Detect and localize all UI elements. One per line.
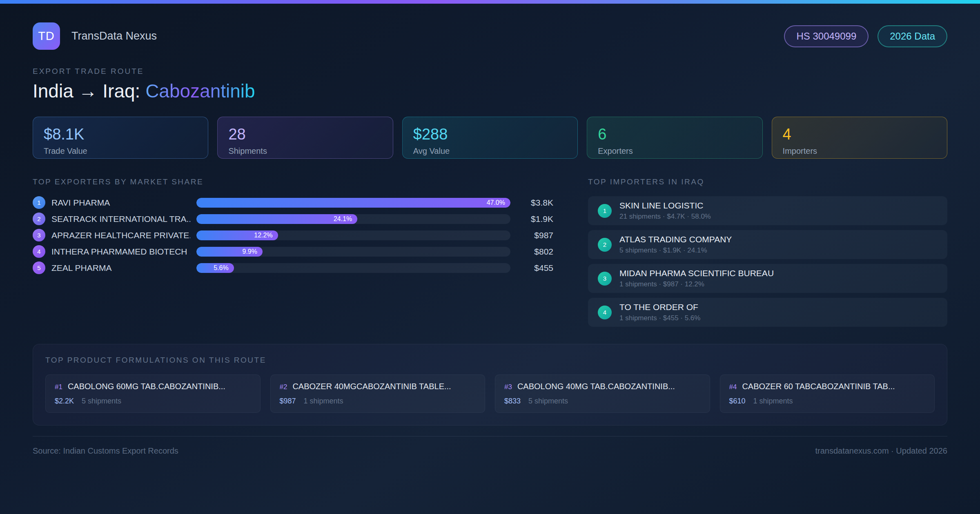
exporter-name: SEATRACK INTERNATIONAL TRA... (51, 214, 190, 224)
dashboard-page: TD TransData Nexus HS 30049099 2026 Data… (33, 4, 947, 456)
importer-details: 21 shipments · $4.7K · 58.0% (619, 213, 711, 221)
exporter-value: $987 (517, 230, 553, 240)
exporter-row[interactable]: 1 RAVI PHARMA 47.0% $3.8K (33, 196, 553, 209)
stat-label: Shipments (228, 146, 382, 156)
rank-badge: 3 (598, 272, 612, 286)
stat-value: $288 (413, 126, 567, 143)
product-value: $987 (280, 397, 296, 405)
product-shipments: 5 shipments (82, 397, 121, 405)
stat-value: 6 (598, 126, 751, 143)
eyebrow-label: EXPORT TRADE ROUTE (33, 67, 947, 76)
importer-details: 5 shipments · $1.9K · 24.1% (619, 246, 732, 255)
exporter-row[interactable]: 5 ZEAL PHARMA 5.6% $455 (33, 261, 553, 274)
rank-badge: 3 (33, 229, 45, 241)
rank-badge: 4 (598, 306, 612, 319)
importer-name: TO THE ORDER OF (619, 302, 700, 312)
page-title-route: India → Iraq: (33, 80, 145, 102)
exporter-name: INTHERA PHARMAMED BIOTECH ... (51, 247, 190, 257)
stat-card-avg-value: $288 Avg Value (402, 117, 578, 159)
product-card[interactable]: #1 CABOLONG 60MG TAB.CABOZANTINIB... $2.… (45, 374, 261, 413)
brand-logo-text: TD (38, 29, 55, 43)
product-name: CABOLONG 40MG TAB.CABOZANTINIB... (517, 382, 675, 391)
market-share-bar: 9.9% (196, 247, 263, 257)
exporter-row[interactable]: 3 APRAZER HEALTHCARE PRIVATE... 12.2% $9… (33, 229, 553, 241)
products-panel: TOP PRODUCT FORMULATIONS ON THIS ROUTE #… (33, 344, 947, 425)
top-accent-bar (0, 0, 980, 4)
rank-badge: 1 (33, 196, 45, 209)
product-shipments: 1 shipments (304, 397, 343, 405)
product-rank: #1 (55, 383, 62, 391)
stat-card-shipments: 28 Shipments (217, 117, 393, 159)
products-grid: #1 CABOLONG 60MG TAB.CABOZANTINIB... $2.… (45, 374, 935, 413)
product-name: CABOLONG 60MG TAB.CABOZANTINIB... (68, 382, 225, 391)
market-share-bar-track: 5.6% (196, 263, 510, 273)
exporter-value: $455 (517, 263, 553, 273)
importer-card[interactable]: 3 MIDAN PHARMA SCIENTIFIC BUREAU 1 shipm… (588, 264, 947, 293)
product-name: CABOZER 40MGCABOZANTINIB TABLE... (292, 382, 451, 391)
brand-name: TransData Nexus (71, 30, 157, 42)
product-rank: #4 (729, 383, 737, 391)
product-rank: #3 (504, 383, 512, 391)
exporter-name: APRAZER HEALTHCARE PRIVATE... (51, 230, 190, 240)
exporter-row[interactable]: 4 INTHERA PHARMAMED BIOTECH ... 9.9% $80… (33, 245, 553, 258)
importer-card[interactable]: 2 ATLAS TRADING COMPANY 5 shipments · $1… (588, 230, 947, 259)
stat-card-importers: 4 Importers (772, 117, 947, 159)
rank-badge: 2 (33, 213, 45, 225)
exporter-value: $3.8K (517, 198, 553, 208)
exporter-value: $802 (517, 247, 553, 257)
exporter-name: ZEAL PHARMA (51, 263, 190, 273)
page-title-product: Cabozantinib (145, 80, 255, 102)
importer-name: MIDAN PHARMA SCIENTIFIC BUREAU (619, 268, 774, 278)
hs-code-chip[interactable]: HS 30049099 (784, 25, 869, 47)
page-title: India → Iraq: Cabozantinib (33, 80, 947, 102)
exporters-section-title: TOP EXPORTERS BY MARKET SHARE (33, 177, 553, 186)
importer-name: ATLAS TRADING COMPANY (619, 235, 732, 244)
market-share-bar-track: 24.1% (196, 214, 510, 224)
importer-details: 1 shipments · $987 · 12.2% (619, 280, 774, 288)
market-share-bar-track: 9.9% (196, 247, 510, 257)
stat-value: $8.1K (44, 126, 197, 143)
footer-source: Source: Indian Customs Export Records (33, 446, 178, 456)
product-value: $2.2K (55, 397, 74, 405)
importers-list: 1 SKIN LINE LOGISTIC 21 shipments · $4.7… (588, 196, 947, 327)
rank-badge: 1 (598, 204, 612, 218)
footer: Source: Indian Customs Export Records tr… (33, 436, 947, 456)
importer-details: 1 shipments · $455 · 5.6% (619, 314, 700, 322)
rank-badge: 2 (598, 238, 612, 252)
product-shipments: 1 shipments (753, 397, 793, 405)
stat-label: Exporters (598, 146, 751, 156)
year-data-chip[interactable]: 2026 Data (878, 25, 947, 47)
brand-logo[interactable]: TD (33, 22, 60, 50)
product-card[interactable]: #2 CABOZER 40MGCABOZANTINIB TABLE... $98… (270, 374, 486, 413)
market-share-bar: 24.1% (196, 214, 357, 224)
rank-badge: 4 (33, 245, 45, 258)
stat-card-exporters: 6 Exporters (587, 117, 762, 159)
product-card[interactable]: #4 CABOZER 60 TABCABOZANTINIB TAB... $61… (720, 374, 935, 413)
market-share-bar: 47.0% (196, 198, 510, 208)
product-value: $610 (729, 397, 746, 405)
product-rank: #2 (280, 383, 287, 391)
stat-value: 4 (783, 126, 936, 143)
exporter-row[interactable]: 2 SEATRACK INTERNATIONAL TRA... 24.1% $1… (33, 213, 553, 225)
importers-section: TOP IMPORTERS IN IRAQ 1 SKIN LINE LOGIST… (588, 177, 947, 332)
rank-badge: 5 (33, 261, 45, 274)
product-card[interactable]: #3 CABOLONG 40MG TAB.CABOZANTINIB... $83… (495, 374, 710, 413)
market-share-bar: 5.6% (196, 263, 234, 273)
product-shipments: 5 shipments (528, 397, 568, 405)
products-section-title: TOP PRODUCT FORMULATIONS ON THIS ROUTE (45, 356, 935, 365)
stat-label: Importers (783, 146, 936, 156)
stat-label: Trade Value (44, 146, 197, 156)
exporter-name: RAVI PHARMA (51, 198, 190, 208)
product-value: $833 (504, 397, 521, 405)
exporters-section: TOP EXPORTERS BY MARKET SHARE 1 RAVI PHA… (33, 177, 553, 332)
footer-site: transdatanexus.com · Updated 2026 (815, 446, 947, 456)
importers-section-title: TOP IMPORTERS IN IRAQ (588, 177, 947, 186)
stat-value: 28 (228, 126, 382, 143)
header: TD TransData Nexus HS 30049099 2026 Data (33, 22, 947, 50)
exporters-bar-chart: 1 RAVI PHARMA 47.0% $3.8K 2 SEATRACK INT… (33, 196, 553, 274)
market-share-bar: 12.2% (196, 230, 278, 240)
stats-row: $8.1K Trade Value 28 Shipments $288 Avg … (33, 117, 947, 159)
stat-label: Avg Value (413, 146, 567, 156)
importer-card[interactable]: 1 SKIN LINE LOGISTIC 21 shipments · $4.7… (588, 196, 947, 225)
importer-card[interactable]: 4 TO THE ORDER OF 1 shipments · $455 · 5… (588, 298, 947, 327)
